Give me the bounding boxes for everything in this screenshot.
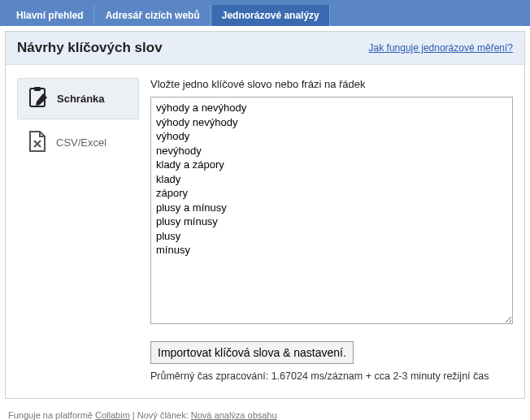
platform-link[interactable]: Collabim [95,410,130,420]
input-mode-sidebar: Schránka CSV/Excel [17,78,139,382]
clipboard-edit-icon [26,85,50,112]
page-title: Návrhy klíčových slov [17,40,163,56]
file-x-icon [25,129,50,156]
textarea-prompt: Vložte jedno klíčové slovo nebo frázi na… [150,78,513,90]
tab-directory[interactable]: Adresář cizích webů [96,5,211,26]
svg-rect-1 [34,87,41,91]
footer: Funguje na platformě Collabim | Nový člá… [0,404,530,420]
article-link[interactable]: Nová analýza obsahu [191,410,277,420]
top-navigation: Hlavní přehled Adresář cizích webů Jedno… [0,0,530,26]
footer-separator: | Nový článek: [130,410,191,420]
tab-overview[interactable]: Hlavní přehled [7,5,94,26]
sidebar-item-label: Schránka [57,93,105,105]
sidebar-item-csv-excel[interactable]: CSV/Excel [17,123,139,162]
sidebar-item-clipboard[interactable]: Schránka [17,78,139,119]
panel-body: Schránka CSV/Excel Vložte jedno klíčové … [6,65,524,398]
panel-header: Návrhy klíčových slov Jak funguje jednor… [6,32,524,65]
sidebar-item-label: CSV/Excel [56,136,106,149]
keywords-textarea[interactable] [150,97,513,324]
form-area: Vložte jedno klíčové slovo nebo frázi na… [139,78,513,382]
help-link[interactable]: Jak funguje jednorázové měření? [369,42,513,54]
footer-prefix: Funguje na platformě [8,410,95,420]
tab-oneoff-analyses[interactable]: Jednorázové analýzy [212,5,330,26]
main-panel: Návrhy klíčových slov Jak funguje jednor… [5,31,525,399]
processing-info: Průměrný čas zpracování: 1.67024 ms/zázn… [150,370,513,382]
import-button[interactable]: Importovat klíčová slova & nastavení. [150,341,354,364]
